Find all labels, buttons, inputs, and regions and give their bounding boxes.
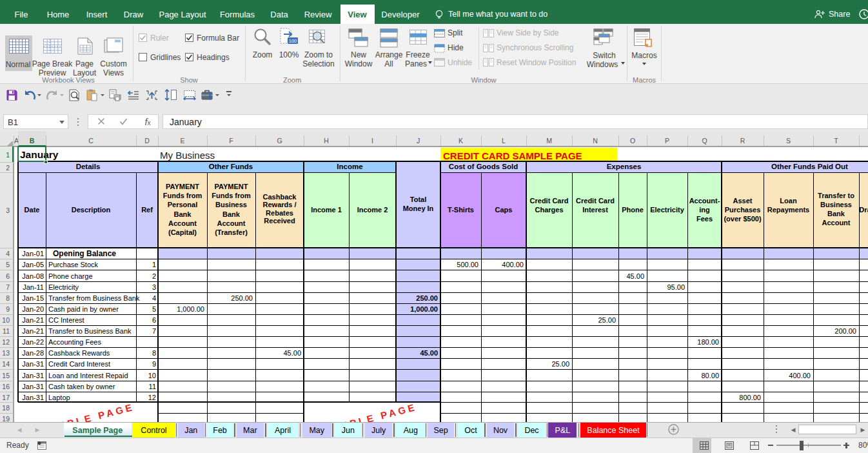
svg-text:100: 100 [289, 38, 297, 44]
